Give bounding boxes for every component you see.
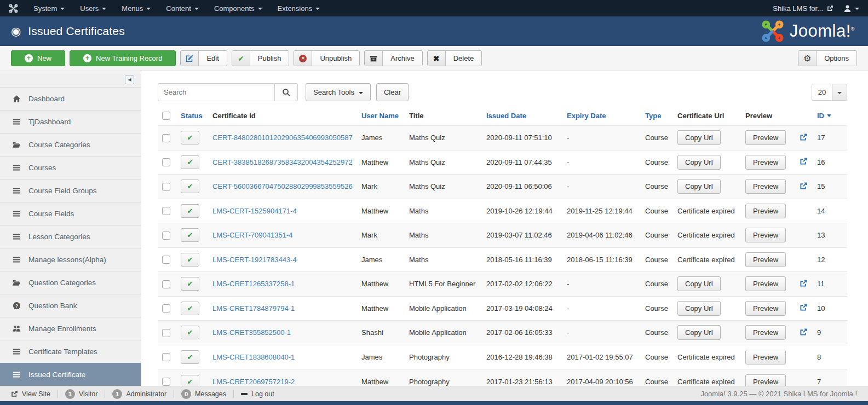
sidebar-item-issued-certificate[interactable]: Issued Certificate: [0, 363, 141, 386]
row-checkbox[interactable]: [162, 207, 170, 215]
row-checkbox[interactable]: [162, 353, 170, 361]
certificate-id-link[interactable]: CERT-383851826873583432004354252972: [212, 158, 353, 166]
new-button[interactable]: + New: [11, 50, 65, 66]
search-tools-button[interactable]: Search Tools: [306, 83, 371, 101]
select-all-checkbox[interactable]: [162, 112, 170, 120]
certificate-id-link[interactable]: LMS-CERT-1525904171-4: [212, 207, 297, 215]
sidebar-item-question-bank[interactable]: ?Question Bank: [0, 294, 141, 317]
sidebar-item-course-categories[interactable]: Course Categories: [0, 133, 141, 156]
view-site-link[interactable]: View Site: [11, 390, 58, 398]
sidebar-item-lesson-categories[interactable]: Lesson Categories: [0, 225, 141, 248]
sidebar-item-dashboard[interactable]: Dashboard: [0, 87, 141, 110]
sidebar-collapse-button[interactable]: ◀: [125, 75, 134, 84]
search-input[interactable]: [158, 83, 274, 101]
sidebar-item-manage-enrollments[interactable]: Manage Enrollments: [0, 317, 141, 340]
unpublish-button[interactable]: ✕ Unpublish: [294, 50, 360, 66]
row-checkbox[interactable]: [162, 134, 170, 142]
options-button[interactable]: ⚙ Options: [798, 50, 857, 66]
certificate-id-link[interactable]: LMS-CRET1784879794-1: [212, 304, 295, 313]
status-published-button[interactable]: ✔: [181, 277, 199, 291]
certificate-id-link[interactable]: LMS-CERT-709041351-4: [212, 231, 292, 239]
preview-button[interactable]: Preview: [745, 276, 786, 291]
sidebar-item-certificate-templates[interactable]: Certificate Templates: [0, 340, 141, 363]
copy-url-button[interactable]: Copy Url: [677, 325, 721, 340]
sidebar-item-courses[interactable]: Courses: [0, 156, 141, 179]
status-published-button[interactable]: ✔: [181, 326, 199, 339]
sidebar-item-question-categories[interactable]: Question Categories: [0, 271, 141, 294]
delete-button[interactable]: ✖ Delete: [427, 50, 482, 66]
certificate-id-link[interactable]: LMS-CRET355852500-1: [212, 328, 291, 337]
certificate-id-link[interactable]: LMS-CRET2069757219-2: [212, 378, 295, 386]
preview-button[interactable]: Preview: [745, 252, 786, 267]
preview-button[interactable]: Preview: [745, 350, 786, 364]
status-published-button[interactable]: ✔: [181, 228, 199, 242]
sidebar-item-tjdashboard[interactable]: TjDashboard: [0, 110, 141, 133]
sort-issued-date[interactable]: Issued Date: [486, 112, 526, 120]
status-published-button[interactable]: ✔: [181, 204, 199, 218]
certificate-id-link[interactable]: LMS-CERT-1921783443-4: [212, 256, 297, 264]
external-link-icon[interactable]: [800, 182, 808, 192]
sort-expiry-date[interactable]: Expiry Date: [567, 112, 606, 120]
publish-button[interactable]: ✔ Publish: [232, 50, 290, 66]
row-checkbox[interactable]: [162, 280, 170, 288]
edit-button[interactable]: Edit: [180, 50, 227, 66]
status-published-button[interactable]: ✔: [181, 180, 199, 193]
external-link-icon[interactable]: [800, 133, 808, 143]
row-checkbox[interactable]: [162, 232, 170, 240]
sidebar-item-manage-lessons-alpha-[interactable]: Manage lessons(Alpha): [0, 248, 141, 271]
copy-url-button[interactable]: Copy Url: [677, 276, 721, 291]
sort-type[interactable]: Type: [645, 112, 661, 120]
clear-button[interactable]: Clear: [376, 83, 409, 101]
copy-url-button[interactable]: Copy Url: [677, 179, 721, 194]
row-checkbox[interactable]: [162, 329, 170, 337]
top-menu-users[interactable]: Users: [72, 0, 114, 16]
archive-button[interactable]: Archive: [364, 50, 422, 66]
sort-id[interactable]: ID: [817, 112, 831, 120]
copy-url-button[interactable]: Copy Url: [677, 301, 721, 316]
sidebar-item-course-field-groups[interactable]: Course Field Groups: [0, 179, 141, 202]
top-menu-extensions[interactable]: Extensions: [270, 0, 328, 16]
administrator-counter[interactable]: 1 Administrator: [105, 389, 174, 399]
copy-url-button[interactable]: Copy Url: [677, 130, 721, 145]
preview-button[interactable]: Preview: [745, 228, 786, 242]
messages-counter[interactable]: 0 Messages: [174, 389, 233, 399]
status-published-button[interactable]: ✔: [181, 350, 199, 364]
certificate-id-link[interactable]: CERT-560036670475028802999853559526: [212, 182, 353, 190]
preview-button[interactable]: Preview: [745, 179, 786, 194]
certificate-id-link[interactable]: CERT-848028010120290635406993050587: [212, 134, 353, 142]
list-limit-select[interactable]: 20: [812, 84, 847, 101]
visitor-counter[interactable]: 1 Visitor: [58, 389, 105, 399]
top-menu-menus[interactable]: Menus: [114, 0, 158, 16]
top-menu-system[interactable]: System: [26, 0, 72, 16]
status-published-button[interactable]: ✔: [181, 302, 199, 315]
sidebar-item-course-fields[interactable]: Course Fields: [0, 202, 141, 225]
preview-button[interactable]: Preview: [745, 301, 786, 316]
preview-button[interactable]: Preview: [745, 155, 786, 170]
preview-button[interactable]: Preview: [745, 204, 786, 218]
external-link-icon[interactable]: [800, 157, 808, 167]
status-published-button[interactable]: ✔: [181, 131, 199, 144]
new-training-record-button[interactable]: + New Training Record: [70, 50, 176, 66]
search-submit-button[interactable]: [274, 83, 298, 101]
external-link-icon[interactable]: [800, 279, 808, 289]
row-checkbox[interactable]: [162, 304, 170, 313]
status-published-button[interactable]: ✔: [181, 253, 199, 267]
sort-status[interactable]: Status: [181, 112, 203, 120]
copy-url-button[interactable]: Copy Url: [677, 155, 721, 170]
user-menu[interactable]: [843, 4, 859, 13]
certificate-id-link[interactable]: LMS-CRET1838608040-1: [212, 353, 295, 361]
row-checkbox[interactable]: [162, 256, 170, 264]
top-menu-content[interactable]: Content: [158, 0, 206, 16]
sort-user-name[interactable]: User Name: [361, 112, 399, 120]
row-checkbox[interactable]: [162, 158, 170, 166]
row-checkbox[interactable]: [162, 183, 170, 191]
logout-link[interactable]: Log out: [234, 390, 281, 398]
certificate-id-link[interactable]: LMS-CRET1265337258-1: [212, 280, 295, 288]
preview-button[interactable]: Preview: [745, 130, 786, 145]
status-published-button[interactable]: ✔: [181, 155, 199, 169]
preview-button[interactable]: Preview: [745, 325, 786, 340]
site-preview-link[interactable]: Shika LMS for...: [773, 4, 833, 13]
row-checkbox[interactable]: [162, 378, 170, 386]
external-link-icon[interactable]: [800, 303, 808, 313]
external-link-icon[interactable]: [800, 328, 808, 338]
